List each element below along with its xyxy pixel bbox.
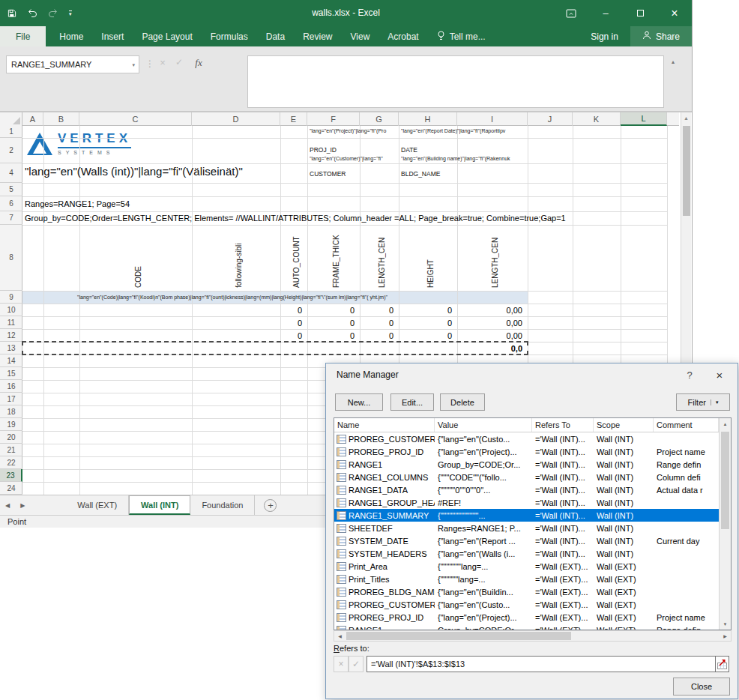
name-manager-row[interactable]: RANGE1_DATA{"""""0""0""0"...='Wall (INT)… <box>334 483 719 496</box>
cell-A7[interactable]: Group_by=CODE;Order=LENGTH_CENTER; Eleme… <box>25 214 566 223</box>
cell-G12[interactable]: 0 <box>361 331 393 341</box>
column-header-G[interactable]: G <box>360 112 399 126</box>
scroll-right-icon[interactable]: ▶ <box>720 631 731 641</box>
cell-F4[interactable]: CUSTOMER <box>310 171 346 178</box>
column-header-D[interactable]: D <box>192 112 280 126</box>
ribbon-tab-review[interactable]: Review <box>294 26 341 46</box>
cell-I12[interactable]: 0,00 <box>458 331 522 341</box>
delete-name-button[interactable]: Delete <box>440 393 485 411</box>
cell-G11[interactable]: 0 <box>361 319 393 328</box>
column-header-H[interactable]: H <box>399 112 457 126</box>
column-header-B[interactable]: B <box>43 112 79 126</box>
share-button[interactable]: Share <box>630 26 692 46</box>
cell-H11[interactable]: 0 <box>399 319 452 328</box>
ribbon-tab-page-layout[interactable]: Page Layout <box>133 26 201 46</box>
nm-column-value[interactable]: Value <box>435 418 532 432</box>
cell-H1[interactable]: "lang="en"(Report Date)"|lang="fi"(Rapor… <box>401 128 527 134</box>
ribbon-tab-home[interactable]: Home <box>50 26 92 46</box>
cancel-icon[interactable]: × <box>156 57 169 72</box>
names-list-hscrollbar-thumb[interactable] <box>346 632 571 640</box>
cell-F10[interactable]: 0 <box>308 306 355 316</box>
name-manager-row[interactable]: SYSTEM_HEADERS{"lang="en"(Walls (i...='W… <box>334 547 719 560</box>
select-all-corner[interactable] <box>0 112 22 126</box>
name-manager-row[interactable]: PROREG_CUSTOMER{"lang="en"(Custo...='Wal… <box>334 598 719 611</box>
ribbon-tab-file[interactable]: File <box>0 26 46 46</box>
minimize-button[interactable]: – <box>588 0 623 26</box>
column-header-E[interactable]: E <box>280 112 307 126</box>
scroll-up-icon[interactable]: ▲ <box>681 112 691 123</box>
new-sheet-button[interactable]: + <box>264 499 277 512</box>
nm-column-comment[interactable]: Comment <box>654 418 719 432</box>
cancel-icon[interactable]: × <box>334 656 349 672</box>
name-manager-row[interactable]: PROREG_PROJ_ID{"lang="en"(Project)...='W… <box>334 445 719 458</box>
close-dialog-button[interactable]: Close <box>673 678 730 696</box>
cell-F2[interactable]: PROJ_ID <box>310 147 337 154</box>
sheet-tab-foundation[interactable]: Foundation <box>190 495 255 515</box>
cell-I11[interactable]: 0,00 <box>458 319 522 328</box>
enter-icon[interactable]: ✓ <box>349 656 364 672</box>
name-manager-row[interactable]: Print_Titles{""""""lang=...='Wall (EXT).… <box>334 573 719 585</box>
nm-column-name[interactable]: Name <box>334 418 435 432</box>
column-header-J[interactable]: J <box>528 112 573 126</box>
sheet-nav-right-icon[interactable]: ▶ <box>15 495 30 515</box>
cell-I8[interactable]: LENGTH_CEN <box>491 228 500 288</box>
refers-to-input[interactable]: ='Wall (INT)'!$A$13:$I$13 <box>367 656 716 672</box>
cell-E11[interactable]: 0 <box>281 319 302 328</box>
help-icon[interactable]: ? <box>678 365 702 384</box>
column-header-K[interactable]: K <box>573 112 621 126</box>
cell-A4[interactable]: "lang="en"(Walls (int))"|lang="fi"(Välis… <box>25 165 243 178</box>
new-name-button[interactable]: New... <box>335 393 383 411</box>
cell-H4[interactable]: BLDG_NAME <box>401 171 440 178</box>
tell-me-box[interactable]: Tell me... <box>428 26 495 46</box>
names-list-scrollbar[interactable]: ▲ ▼ <box>719 418 731 630</box>
close-button[interactable]: × <box>657 0 692 26</box>
column-header-C[interactable]: C <box>79 112 192 126</box>
name-manager-row[interactable]: RANGE1_GROUP_HEA...#REF!='Wall (INT)...W… <box>334 496 719 509</box>
formula-input[interactable] <box>247 55 664 108</box>
column-header-I[interactable]: I <box>457 112 528 126</box>
ribbon-tab-acrobat[interactable]: Acrobat <box>378 26 427 46</box>
cell-F1[interactable]: "lang="en"(Project)"|lang="fi"(Pro <box>310 128 398 134</box>
cell-F12[interactable]: 0 <box>308 331 355 341</box>
cell-H12[interactable]: 0 <box>399 331 452 341</box>
name-manager-row[interactable]: Print_Area{"""""""lang=...='Wall (EXT)..… <box>334 560 719 573</box>
ribbon-tab-insert[interactable]: Insert <box>92 26 133 46</box>
cell-H2[interactable]: "lang="en"(Building name)"|lang="fi"(Rak… <box>401 156 527 162</box>
name-manager-row[interactable]: PROREG_PROJ_ID{"lang="en"(Project)...='W… <box>334 611 719 624</box>
name-manager-row[interactable]: RANGE1_SUMMARY{"""""""""""""...='Wall (I… <box>334 509 719 522</box>
filter-button[interactable]: Filter ▾ <box>676 393 730 411</box>
scroll-up-icon[interactable]: ▲ <box>720 418 731 429</box>
name-manager-row[interactable]: SHEETDEFRanges=RANGE1; P...='Wall (INT).… <box>334 522 719 534</box>
cell-E12[interactable]: 0 <box>281 331 302 341</box>
range-picker-icon[interactable] <box>716 656 729 672</box>
cell-H2[interactable]: DATE <box>401 147 417 154</box>
ribbon-tab-data[interactable]: Data <box>257 26 294 46</box>
name-manager-row[interactable]: RANGE1Group_by=CODE;Or...='Wall (EXT)...… <box>334 624 719 630</box>
column-header-A[interactable]: A <box>22 112 43 126</box>
name-manager-row[interactable]: PROREG_BLDG_NAME{"lang="en"(Buildin...='… <box>334 585 719 598</box>
ribbon-display-options-icon[interactable] <box>554 0 588 26</box>
sheet-tab-wall-ext-[interactable]: Wall (EXT) <box>66 495 129 515</box>
ribbon-tab-formulas[interactable]: Formulas <box>202 26 257 46</box>
cell-F2[interactable]: "lang="en"(Customer)"|lang="fi" <box>310 156 398 162</box>
cell-C9[interactable]: "lang="en"(Code)|lang="fi"(Koodi)n"(Bom … <box>77 295 387 301</box>
name-manager-row[interactable]: PROREG_CUSTOMER{"lang="en"(Custo...='Wal… <box>334 432 719 445</box>
name-box[interactable]: RANGE1_SUMMARY ▾ <box>6 55 139 73</box>
cell-G10[interactable]: 0 <box>361 306 393 316</box>
column-header-L[interactable]: L <box>621 112 667 126</box>
name-box-dropdown-icon[interactable]: ▾ <box>132 62 135 68</box>
cell-C8[interactable]: CODE <box>134 228 143 288</box>
dialog-close-icon[interactable]: × <box>708 365 732 384</box>
sign-in-button[interactable]: Sign in <box>579 26 630 46</box>
cell-I10[interactable]: 0,00 <box>458 306 522 316</box>
sheet-nav-left-icon[interactable]: ◀ <box>0 495 15 515</box>
sheet-tab-wall-int-[interactable]: Wall (INT) <box>129 495 190 515</box>
ribbon-tab-view[interactable]: View <box>342 26 379 46</box>
cell-F11[interactable]: 0 <box>308 319 355 328</box>
maximize-button[interactable] <box>623 0 657 26</box>
insert-function-icon[interactable]: fx <box>190 57 207 72</box>
cell-H10[interactable]: 0 <box>399 306 452 316</box>
enter-icon[interactable]: ✓ <box>172 57 186 72</box>
cell-H8[interactable]: HEIGHT <box>426 228 435 288</box>
scroll-down-icon[interactable]: ▼ <box>720 618 731 630</box>
